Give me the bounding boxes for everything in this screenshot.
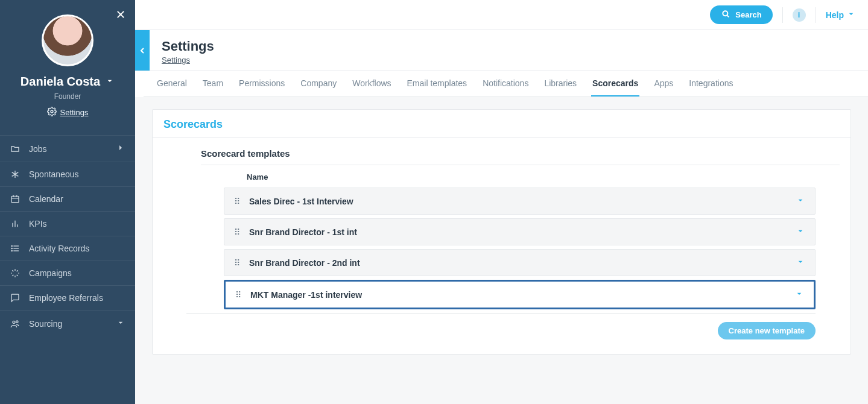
sidebar: Daniela Costa Founder Settings Jobs xyxy=(0,0,135,404)
chevron-right-icon xyxy=(116,143,125,154)
tab-integrations[interactable]: Integrations xyxy=(688,71,734,96)
tab-apps[interactable]: Apps xyxy=(653,71,674,96)
tab-label: General xyxy=(157,78,187,88)
search-icon xyxy=(721,9,730,21)
template-row[interactable]: ⠿Snr Brand Director - 2nd int xyxy=(224,249,816,276)
template-row[interactable]: ⠿Snr Brand Director - 1st int xyxy=(224,218,816,245)
svg-point-17 xyxy=(16,321,18,323)
avatar xyxy=(42,14,93,66)
profile-role: Founder xyxy=(54,92,81,101)
tab-team[interactable]: Team xyxy=(201,71,224,96)
sidebar-item-kpis[interactable]: KPIs xyxy=(0,211,135,236)
svg-line-19 xyxy=(727,15,729,17)
caret-down-icon xyxy=(105,76,115,87)
asterisk-icon xyxy=(10,169,21,179)
drag-handle-icon[interactable]: ⠿ xyxy=(234,258,241,268)
people-icon xyxy=(10,319,21,329)
tab-label: Team xyxy=(203,78,223,88)
folder-icon xyxy=(10,144,21,154)
tab-label: Company xyxy=(300,78,337,88)
tab-general[interactable]: General xyxy=(156,71,188,96)
tab-label: Apps xyxy=(654,78,673,88)
chat-icon xyxy=(10,293,21,303)
sidebar-item-label: Spontaneous xyxy=(29,169,79,179)
sidebar-item-referrals[interactable]: Employee Referrals xyxy=(0,285,135,310)
sidebar-item-label: Calendar xyxy=(29,194,63,204)
help-dropdown[interactable]: Help xyxy=(826,9,856,21)
sidebar-item-label: Sourcing xyxy=(29,319,62,329)
main: Search i Help Settings Settings GeneralT… xyxy=(135,0,868,404)
page-header: Settings Settings xyxy=(135,30,868,71)
divider xyxy=(816,7,816,23)
template-name: Snr Brand Director - 2nd int xyxy=(249,258,787,268)
sidebar-item-label: Campaigns xyxy=(29,268,72,278)
sidebar-nav: Jobs Spontaneous Calendar KPIs xyxy=(0,135,135,336)
tab-label: Scorecards xyxy=(592,78,638,88)
template-row[interactable]: ⠿MKT Manager -1st interview xyxy=(224,280,816,309)
sidebar-item-activity[interactable]: Activity Records xyxy=(0,236,135,260)
sidebar-item-sourcing[interactable]: Sourcing xyxy=(0,310,135,336)
sidebar-item-campaigns[interactable]: Campaigns xyxy=(0,260,135,285)
template-name: Snr Brand Director - 1st int xyxy=(249,227,787,237)
tab-permissions[interactable]: Permissions xyxy=(238,71,286,96)
tab-company[interactable]: Company xyxy=(299,71,338,96)
page-title: Settings xyxy=(162,39,214,54)
divider xyxy=(782,7,783,23)
create-template-button[interactable]: Create new template xyxy=(718,322,816,339)
expand-row-button[interactable] xyxy=(796,257,805,268)
caret-down-icon xyxy=(116,318,125,329)
svg-point-14 xyxy=(11,248,12,248)
tab-label: Libraries xyxy=(544,78,577,88)
tab-label: Integrations xyxy=(689,78,733,88)
svg-point-16 xyxy=(13,321,15,323)
drag-handle-icon[interactable]: ⠿ xyxy=(234,197,241,206)
profile-block: Daniela Costa Founder Settings xyxy=(0,0,135,129)
tab-label: Notifications xyxy=(483,78,528,88)
tab-notifications[interactable]: Notifications xyxy=(481,71,530,96)
sidebar-item-jobs[interactable]: Jobs xyxy=(0,135,135,162)
svg-point-18 xyxy=(723,11,728,16)
sidebar-item-calendar[interactable]: Calendar xyxy=(0,186,135,211)
scorecards-card: Scorecards Scorecard templates Name ⠿Sal… xyxy=(152,109,851,355)
info-icon[interactable]: i xyxy=(793,8,806,22)
calendar-icon xyxy=(10,194,21,204)
caret-down-icon xyxy=(846,9,856,21)
section-title: Scorecard templates xyxy=(201,148,840,165)
breadcrumb[interactable]: Settings xyxy=(162,55,214,65)
sidebar-item-label: Activity Records xyxy=(29,244,89,253)
template-name: MKT Manager -1st interview xyxy=(250,290,786,300)
tab-scorecards[interactable]: Scorecards xyxy=(591,71,639,96)
expand-row-button[interactable] xyxy=(796,226,805,238)
create-template-label: Create new template xyxy=(729,326,805,335)
drag-handle-icon[interactable]: ⠿ xyxy=(235,290,242,300)
content-area: Scorecards Scorecard templates Name ⠿Sal… xyxy=(135,97,868,404)
expand-row-button[interactable] xyxy=(794,289,804,300)
profile-settings-link[interactable]: Settings xyxy=(47,107,89,118)
tab-workflows[interactable]: Workflows xyxy=(351,71,392,96)
tab-libraries[interactable]: Libraries xyxy=(543,71,578,96)
bar-chart-icon xyxy=(10,219,21,229)
search-button[interactable]: Search xyxy=(710,5,772,24)
sidebar-item-label: Employee Referrals xyxy=(29,293,103,303)
close-sidebar-button[interactable] xyxy=(116,10,125,21)
drag-handle-icon[interactable]: ⠿ xyxy=(234,227,241,237)
collapse-sidebar-button[interactable] xyxy=(135,30,150,71)
template-name: Sales Direc - 1st Interview xyxy=(249,197,787,206)
expand-row-button[interactable] xyxy=(796,195,805,207)
tab-label: Workflows xyxy=(352,78,391,88)
template-row[interactable]: ⠿Sales Direc - 1st Interview xyxy=(224,188,816,215)
sidebar-item-label: KPIs xyxy=(29,219,47,229)
column-name-header: Name xyxy=(247,172,840,181)
list-icon xyxy=(10,244,21,253)
template-list: ⠿Sales Direc - 1st Interview⠿Snr Brand D… xyxy=(224,188,816,309)
profile-name-dropdown[interactable]: Daniela Costa xyxy=(21,75,115,89)
sidebar-item-spontaneous[interactable]: Spontaneous xyxy=(0,162,135,186)
tab-email-templates[interactable]: Email templates xyxy=(406,71,469,96)
spark-icon xyxy=(10,268,21,278)
sidebar-item-label: Jobs xyxy=(29,144,47,154)
divider xyxy=(186,313,816,314)
topbar: Search i Help xyxy=(135,0,868,30)
svg-rect-3 xyxy=(11,196,19,203)
tab-label: Email templates xyxy=(407,78,467,88)
card-title: Scorecards xyxy=(153,110,851,137)
